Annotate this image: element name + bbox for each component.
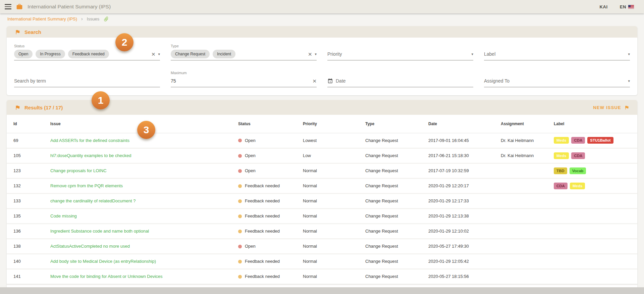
maximum-clear-icon[interactable]: ✕	[312, 79, 317, 84]
status-text: Feedback needed	[245, 229, 280, 234]
label-chip[interactable]: TBD	[554, 167, 567, 174]
user-menu-button[interactable]: KAI	[600, 4, 608, 9]
calendar-icon[interactable]	[327, 78, 333, 84]
label-chip[interactable]: CDA	[571, 137, 585, 144]
issue-link[interactable]: Change proposals for LOINC	[50, 168, 107, 173]
search-filters: Status OpenIn ProgressFeedback needed ✕ …	[7, 38, 637, 95]
priority-cell: Low	[303, 148, 365, 163]
status-cell: Feedback needed	[238, 193, 303, 208]
us-flag-icon	[628, 5, 634, 9]
assignment-cell	[501, 224, 554, 239]
issue-link[interactable]: Add ASSERTs for the defined constraints	[50, 138, 129, 143]
table-row: 123Change proposals for LOINCOpenNormalC…	[7, 163, 637, 178]
type-dropdown-icon[interactable]: ▾	[315, 52, 317, 56]
issue-link[interactable]: ActStatusActiveCompleted no more used	[50, 244, 130, 249]
status-cell: Feedback needed	[238, 254, 303, 269]
table-row: 132Remove cpm from the PQR elementsFeedb…	[7, 178, 637, 193]
filter-chip[interactable]: Change Request	[171, 50, 210, 58]
priority-filter-control[interactable]: Priority ▾	[327, 50, 473, 60]
label-cell	[554, 254, 637, 269]
type-filter-control[interactable]: Change RequestIncident ✕ ▾	[171, 50, 317, 60]
issue-link[interactable]: change the cardinality of relatedDocumen…	[50, 198, 136, 203]
status-dropdown-icon[interactable]: ▾	[158, 52, 160, 56]
type-cell: Change Request	[365, 133, 428, 148]
label-chip[interactable]: Meds	[570, 183, 585, 189]
briefcase-logo-icon	[16, 3, 23, 10]
new-issue-button[interactable]: NEW ISSUE	[593, 105, 629, 110]
term-filter	[14, 66, 160, 87]
label-chip[interactable]: Vocab	[570, 167, 586, 174]
issue-cell: Change proposals for LOINC	[50, 163, 238, 178]
status-dot-icon	[238, 154, 242, 158]
label-chip[interactable]: STU1Ballot	[587, 137, 613, 144]
priority-cell: Normal	[303, 224, 365, 239]
issue-link[interactable]: Remove cpm from the PQR elements	[50, 183, 123, 188]
issue-id-cell: 141	[7, 269, 50, 284]
issue-link[interactable]: Code missing	[50, 213, 77, 218]
date-filter-control[interactable]: Date	[327, 77, 473, 87]
search-panel-header: Search	[7, 26, 637, 38]
language-button[interactable]: EN	[620, 4, 634, 9]
label-chip[interactable]: CDA	[571, 152, 585, 159]
label-cell	[554, 224, 637, 239]
breadcrumb-current: Issues	[87, 16, 100, 21]
assignment-cell	[501, 269, 554, 284]
priority-dropdown-icon[interactable]: ▾	[471, 52, 473, 56]
flag-icon	[15, 105, 20, 110]
filter-chip[interactable]: In Progress	[36, 50, 65, 58]
status-clear-icon[interactable]: ✕	[151, 52, 156, 57]
priority-cell: Normal	[303, 163, 365, 178]
filter-chip[interactable]: Incident	[213, 50, 235, 58]
filter-chip[interactable]: Feedback needed	[68, 50, 109, 58]
breadcrumb-separator-icon: ›	[81, 16, 83, 21]
type-clear-icon[interactable]: ✕	[308, 52, 312, 57]
table-row: 138ActStatusActiveCompleted no more used…	[7, 239, 637, 254]
filter-chip[interactable]: Open	[14, 50, 33, 58]
table-row: 133change the cardinality of relatedDocu…	[7, 193, 637, 208]
label-dropdown-icon[interactable]: ▾	[628, 52, 630, 56]
label-chip[interactable]: Meds	[554, 137, 569, 144]
issue-link[interactable]: hl7:doseQuantity examples to be checked	[50, 153, 131, 158]
date-cell: 2020-01-29 12:05:42	[428, 254, 501, 269]
annotation-badge-3: 3	[137, 121, 155, 139]
status-text: Open	[245, 153, 256, 158]
paperclip-icon[interactable]	[102, 15, 110, 23]
label-cell	[554, 193, 637, 208]
priority-cell: Normal	[303, 208, 365, 224]
status-text: Feedback needed	[245, 274, 280, 279]
breadcrumb-root-link[interactable]: International Patient Summary (IPS)	[7, 16, 77, 21]
status-text: Open	[245, 138, 256, 143]
status-filter-control[interactable]: OpenIn ProgressFeedback needed ✕ ▾	[14, 50, 160, 60]
label-chip[interactable]: CDA	[554, 183, 568, 189]
assignment-cell: Dr. Kai Heitmann	[501, 133, 554, 148]
issue-link[interactable]: Ingredient Substance code and name both …	[50, 229, 149, 234]
issue-cell: Add body site to Medical Device (as entr…	[50, 254, 238, 269]
assigned-to-dropdown-icon[interactable]: ▾	[628, 79, 630, 83]
maximum-input[interactable]	[171, 78, 310, 84]
status-chips: OpenIn ProgressFeedback needed	[14, 50, 109, 58]
type-cell: Change Request	[365, 178, 428, 193]
table-row: 105hl7:doseQuantity examples to be check…	[7, 148, 637, 163]
label-cell	[554, 269, 637, 284]
label-chip[interactable]: Meds	[554, 152, 569, 159]
issue-cell: change the cardinality of relatedDocumen…	[50, 193, 238, 208]
assignment-cell	[501, 208, 554, 224]
date-cell: 2017-07-19 10:32:59	[428, 163, 501, 178]
issue-link[interactable]: Add body site to Medical Device (as entr…	[50, 259, 156, 264]
column-header-priority: Priority	[303, 115, 365, 133]
search-term-input[interactable]	[14, 78, 160, 84]
date-cell: 2020-01-29 12:20:17	[428, 178, 501, 193]
status-cell: Feedback needed	[238, 269, 303, 284]
menu-icon[interactable]	[5, 4, 11, 9]
assigned-to-filter-control[interactable]: Assigned To ▾	[484, 77, 630, 87]
language-label: EN	[620, 4, 626, 9]
issue-link[interactable]: Move the code for binding for Absent or …	[50, 274, 163, 279]
label-filter-control[interactable]: Label ▾	[484, 50, 630, 60]
assignment-cell	[501, 163, 554, 178]
label-cell	[554, 208, 637, 224]
status-cell: Open	[238, 133, 303, 148]
issue-id-cell: 135	[7, 208, 50, 224]
search-panel-title: Search	[24, 29, 41, 35]
issue-id-cell: 138	[7, 239, 50, 254]
maximum-filter: Maximum ✕	[171, 66, 317, 87]
